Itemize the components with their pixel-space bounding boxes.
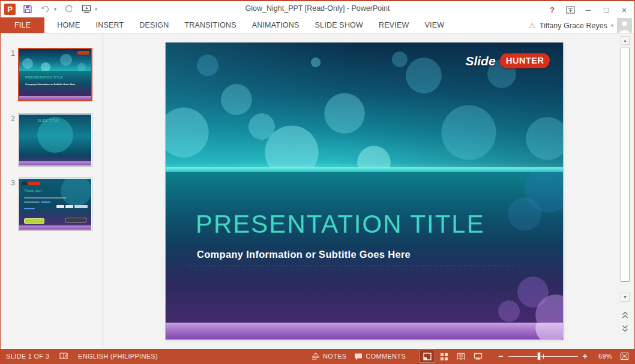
reading-view-button[interactable] bbox=[453, 350, 469, 363]
thumbnail-3-title: Thank you! bbox=[24, 189, 42, 192]
zoom-slider-thumb[interactable] bbox=[537, 352, 541, 360]
tab-file[interactable]: FILE bbox=[1, 17, 44, 33]
help-button[interactable]: ? bbox=[543, 2, 561, 17]
title-bar: P ▾ ▾ Glow_Night_PPT [Read-Only] - Power… bbox=[1, 1, 634, 17]
account-area: ⚠ Tiffany Grace Reyes ▾ bbox=[529, 17, 632, 34]
fit-slide-to-window-button[interactable] bbox=[620, 352, 629, 360]
tab-view[interactable]: VIEW bbox=[417, 17, 453, 33]
maximize-glyph: □ bbox=[604, 5, 609, 14]
mini-dark-button bbox=[65, 218, 86, 222]
scroll-down-button[interactable]: ▼ bbox=[621, 293, 630, 302]
thumbnail-row-1: 1 PRESENTATION TITLE Company Information… bbox=[7, 48, 92, 101]
tab-review[interactable]: REVIEW bbox=[371, 17, 417, 33]
comments-label: COMMENTS bbox=[366, 353, 406, 360]
zoom-in-button[interactable]: + bbox=[583, 351, 588, 361]
window-title: Glow_Night_PPT [Read-Only] - PowerPoint bbox=[1, 4, 634, 13]
slide-canvas[interactable]: Slide HUNTER PRESENTATION TITLE Company … bbox=[166, 43, 563, 339]
placeholder-dotted-edge bbox=[190, 266, 514, 266]
ribbon-display-options-button[interactable] bbox=[561, 2, 579, 17]
scroll-up-icon: ▲ bbox=[623, 38, 627, 43]
tab-slideshow[interactable]: SLIDE SHOW bbox=[307, 17, 372, 33]
mini-purple-band bbox=[19, 161, 91, 166]
maximize-button[interactable]: □ bbox=[597, 2, 615, 17]
thumbnail-3-number: 3 bbox=[7, 178, 15, 231]
zoom-slider-center-tick bbox=[543, 354, 544, 359]
thumbnail-3[interactable]: Thank you! bbox=[18, 178, 92, 231]
glow-stripe bbox=[166, 167, 563, 172]
slide-indicator[interactable]: SLIDE 1 OF 3 bbox=[6, 353, 49, 360]
thumbnail-1-preview: PRESENTATION TITLE Company Information o… bbox=[19, 49, 91, 100]
slide-thumbnail-panel: 1 PRESENTATION TITLE Company Information… bbox=[1, 34, 103, 350]
language-indicator[interactable]: ENGLISH (PHILIPPINES) bbox=[78, 353, 158, 360]
zoom-level[interactable]: 69% bbox=[595, 353, 612, 360]
slidehunter-logo: Slide HUNTER bbox=[465, 53, 550, 68]
mini-pill bbox=[74, 205, 88, 208]
presentation-title-placeholder[interactable]: PRESENTATION TITLE bbox=[196, 210, 485, 239]
account-dropdown-caret[interactable]: ▾ bbox=[611, 23, 613, 28]
gradient-bottom bbox=[166, 172, 563, 323]
status-bar: SLIDE 1 OF 3 ENGLISH (PHILIPPINES) NOTES… bbox=[1, 349, 634, 363]
warning-icon[interactable]: ⚠ bbox=[529, 21, 536, 30]
tab-design[interactable]: DESIGN bbox=[131, 17, 176, 33]
help-glyph: ? bbox=[550, 5, 555, 14]
comments-toggle[interactable]: COMMENTS bbox=[354, 353, 406, 360]
thumbnail-2-preview: SLIDE TITLE bbox=[19, 115, 91, 166]
status-left: SLIDE 1 OF 3 ENGLISH (PHILIPPINES) bbox=[1, 352, 158, 360]
tab-transitions[interactable]: TRANSITIONS bbox=[176, 17, 244, 33]
proofing-icon[interactable] bbox=[59, 352, 68, 360]
zoom-slider[interactable] bbox=[508, 352, 578, 360]
mini-pill bbox=[56, 205, 64, 208]
powerpoint-window: P ▾ ▾ Glow_Night_PPT [Read-Only] - Power… bbox=[0, 0, 635, 364]
status-right: NOTES COMMENTS − bbox=[311, 350, 634, 363]
previous-slide-button[interactable] bbox=[621, 309, 630, 320]
minimize-button[interactable]: ─ bbox=[579, 2, 597, 17]
thumbnail-1-number: 1 bbox=[7, 48, 15, 101]
notes-label: NOTES bbox=[323, 353, 346, 360]
close-button[interactable]: × bbox=[615, 2, 633, 17]
mini-slidehunter-logo bbox=[77, 51, 89, 55]
tab-animations[interactable]: ANIMATIONS bbox=[244, 17, 307, 33]
thumbnail-2[interactable]: SLIDE TITLE bbox=[18, 113, 92, 167]
slideshow-view-button[interactable] bbox=[470, 350, 486, 363]
mini-text-line bbox=[24, 201, 40, 203]
mini-logo-slide-word bbox=[22, 182, 27, 185]
notes-icon bbox=[311, 353, 320, 360]
subtitle-placeholder[interactable]: Company Information or Subtitle Goes Her… bbox=[197, 249, 411, 260]
thumbnail-row-2: 2 SLIDE TITLE bbox=[7, 113, 92, 167]
thumbnail-1-subtitle: Company Information or Subtitle Goes Her… bbox=[25, 83, 75, 86]
scroll-up-button[interactable]: ▲ bbox=[621, 36, 630, 45]
thumbnail-row-3: 3 Thank you! bbox=[7, 178, 92, 231]
mini-purple-band bbox=[19, 96, 91, 100]
zoom-out-button[interactable]: − bbox=[498, 351, 503, 361]
mini-pill bbox=[65, 205, 73, 208]
thumbnail-2-title: SLIDE TITLE bbox=[38, 119, 59, 122]
tab-home[interactable]: HOME bbox=[49, 17, 88, 33]
scrollbar-thumb[interactable] bbox=[621, 47, 630, 282]
window-controls: ? ─ □ × bbox=[543, 1, 633, 18]
slide-sorter-view-button[interactable] bbox=[436, 350, 452, 363]
mini-link-line bbox=[41, 201, 50, 203]
thumbnail-2-number: 2 bbox=[7, 113, 15, 167]
notes-toggle[interactable]: NOTES bbox=[311, 353, 346, 360]
logo-hunter-chip: HUNTER bbox=[499, 53, 550, 69]
logo-slide-word: Slide bbox=[465, 54, 495, 68]
account-avatar[interactable] bbox=[617, 18, 632, 33]
next-slide-button[interactable] bbox=[621, 323, 630, 333]
purple-footer-band bbox=[166, 323, 563, 339]
thumbnail-3-preview: Thank you! bbox=[19, 179, 91, 230]
main-area: 1 PRESENTATION TITLE Company Information… bbox=[1, 34, 635, 350]
close-glyph: × bbox=[622, 5, 627, 15]
view-shortcuts bbox=[420, 350, 486, 363]
comments-icon bbox=[354, 353, 363, 360]
mini-link-line bbox=[24, 208, 35, 209]
normal-view-button[interactable] bbox=[420, 350, 435, 363]
account-name[interactable]: Tiffany Grace Reyes bbox=[540, 22, 607, 30]
tab-insert[interactable]: INSERT bbox=[88, 17, 132, 33]
ribbon-tab-row: FILE HOME INSERT DESIGN TRANSITIONS ANIM… bbox=[1, 17, 634, 34]
minimize-glyph: ─ bbox=[585, 5, 591, 14]
thumbnail-1[interactable]: PRESENTATION TITLE Company Information o… bbox=[18, 48, 92, 101]
mini-purple-band bbox=[19, 225, 91, 230]
thumbnail-1-title: PRESENTATION TITLE bbox=[25, 76, 63, 79]
zoom-control: − + bbox=[498, 351, 588, 361]
scroll-down-icon: ▼ bbox=[623, 295, 627, 299]
